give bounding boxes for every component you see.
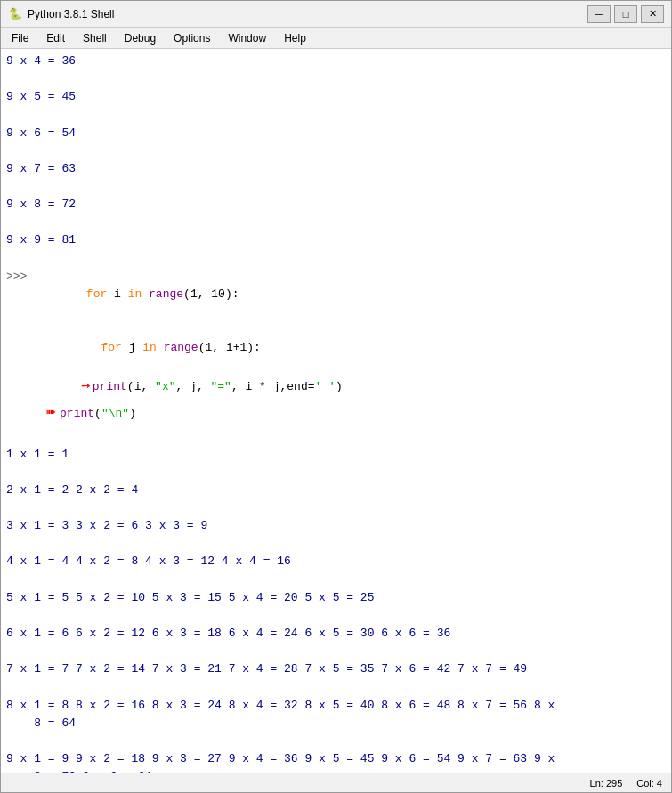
code-indent-3: ➠ print("\n") (6, 400, 666, 427)
output-line: 9 x 5 = 45 (6, 88, 666, 106)
app-icon: 🐍 (8, 7, 22, 21)
output-line: 7 x 1 = 7 7 x 2 = 14 7 x 3 = 21 7 x 4 = … (6, 660, 666, 678)
col-number: Col: 4 (636, 778, 662, 789)
menu-window[interactable]: Window (221, 30, 273, 46)
output-line: 4 x 1 = 4 4 x 2 = 8 4 x 3 = 12 4 x 4 = 1… (6, 553, 666, 570)
minimize-button[interactable]: ─ (587, 5, 611, 23)
menu-debug[interactable]: Debug (117, 30, 163, 46)
output-line: 9 x 1 = 9 9 x 2 = 18 9 x 3 = 27 9 x 4 = … (6, 750, 666, 773)
menu-options[interactable]: Options (166, 30, 217, 46)
line-number: Ln: 295 (590, 778, 623, 789)
title-bar: 🐍 Python 3.8.1 Shell ─ □ ✕ (1, 1, 671, 28)
window-controls: ─ □ ✕ (587, 5, 664, 23)
close-button[interactable]: ✕ (641, 5, 664, 23)
prompt-symbol: >>> (6, 268, 27, 286)
code-text: for i in range(1, 10): (30, 268, 239, 321)
status-bar: Ln: 295 Col: 4 (1, 773, 671, 792)
output-line: 9 x 9 = 81 (6, 231, 666, 249)
output-line: 5 x 1 = 5 5 x 2 = 10 5 x 3 = 15 5 x 4 = … (6, 589, 666, 607)
code-indent-2: ➙ print(i, "x", j, "=", i * j,end=' ') (6, 376, 666, 401)
menu-file[interactable]: File (4, 30, 36, 46)
code-block: >>> for i in range(1, 10): (6, 268, 666, 321)
output-line: 9 x 8 = 72 (6, 196, 666, 214)
output-line: 9 x 4 = 36 (6, 53, 666, 70)
window-title: Python 3.8.1 Shell (28, 8, 587, 20)
output-line: 9 x 6 = 54 (6, 125, 666, 142)
output-line: 1 x 1 = 1 (6, 446, 666, 464)
code-indent-1: for j in range(1, i+1): (6, 321, 666, 375)
output-line: 2 x 1 = 2 2 x 2 = 4 (6, 481, 666, 499)
shell-output[interactable]: 9 x 4 = 36 9 x 5 = 45 9 x 6 = 54 9 x 7 =… (1, 49, 671, 773)
output-line: 3 x 1 = 3 3 x 2 = 6 3 x 3 = 9 (6, 517, 666, 535)
menu-bar: File Edit Shell Debug Options Window Hel… (1, 28, 671, 49)
output-line: 8 x 1 = 8 8 x 2 = 16 8 x 3 = 24 8 x 4 = … (6, 697, 666, 732)
output-line: 9 x 7 = 63 (6, 160, 666, 178)
maximize-button[interactable]: □ (614, 5, 637, 23)
main-window: 🐍 Python 3.8.1 Shell ─ □ ✕ File Edit She… (0, 0, 672, 793)
menu-help[interactable]: Help (277, 30, 313, 46)
menu-shell[interactable]: Shell (76, 30, 114, 46)
menu-edit[interactable]: Edit (39, 30, 72, 46)
output-line: 6 x 1 = 6 6 x 2 = 12 6 x 3 = 18 6 x 4 = … (6, 625, 666, 643)
